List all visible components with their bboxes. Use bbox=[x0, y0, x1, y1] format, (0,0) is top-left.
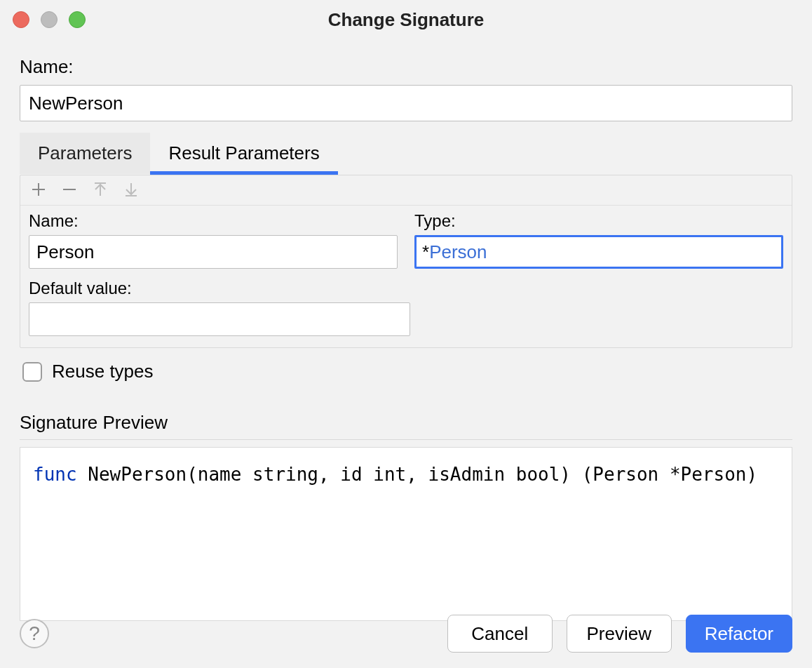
close-window-button[interactable] bbox=[13, 11, 29, 28]
move-up-icon[interactable] bbox=[92, 181, 109, 198]
minimize-window-button[interactable] bbox=[41, 11, 57, 28]
param-name-label: Name: bbox=[29, 211, 398, 231]
result-parameters-panel: Name: Type: *Person Default value: bbox=[20, 175, 792, 348]
add-icon[interactable] bbox=[30, 181, 47, 198]
type-pointer-star: * bbox=[422, 241, 429, 263]
param-type-input[interactable]: *Person bbox=[414, 235, 783, 269]
cancel-button[interactable]: Cancel bbox=[447, 615, 553, 653]
name-label: Name: bbox=[20, 56, 792, 78]
signature-text: NewPerson(name string, id int, isAdmin b… bbox=[77, 464, 758, 485]
zoom-window-button[interactable] bbox=[69, 11, 86, 28]
keyword-func: func bbox=[33, 464, 77, 485]
function-name-input[interactable] bbox=[20, 85, 792, 121]
move-down-icon[interactable] bbox=[123, 181, 140, 198]
titlebar: Change Signature bbox=[0, 0, 812, 39]
tab-result-parameters[interactable]: Result Parameters bbox=[150, 133, 337, 174]
preview-button[interactable]: Preview bbox=[567, 615, 672, 653]
default-value-input[interactable] bbox=[29, 302, 410, 336]
signature-preview-title: Signature Preview bbox=[20, 412, 792, 434]
divider bbox=[20, 439, 792, 440]
reuse-types-label: Reuse types bbox=[52, 361, 154, 382]
param-name-input[interactable] bbox=[29, 235, 398, 269]
type-reference: Person bbox=[429, 241, 487, 263]
param-type-label: Type: bbox=[414, 211, 783, 231]
dialog-content: Name: Parameters Result Parameters bbox=[0, 39, 812, 621]
param-toolbar bbox=[20, 175, 792, 206]
tabs: Parameters Result Parameters bbox=[20, 133, 792, 175]
help-button[interactable]: ? bbox=[20, 619, 49, 648]
dialog-footer: ? Cancel Preview Refactor bbox=[0, 602, 812, 668]
window-controls bbox=[13, 11, 86, 28]
reuse-types-row: Reuse types bbox=[20, 348, 792, 387]
tab-parameters[interactable]: Parameters bbox=[20, 133, 150, 174]
refactor-button[interactable]: Refactor bbox=[686, 615, 792, 653]
change-signature-dialog: Change Signature Name: Parameters Result… bbox=[0, 0, 812, 668]
reuse-types-checkbox[interactable] bbox=[22, 362, 42, 382]
signature-preview: func NewPerson(name string, id int, isAd… bbox=[20, 447, 792, 621]
default-value-label: Default value: bbox=[29, 279, 783, 298]
remove-icon[interactable] bbox=[61, 181, 78, 198]
dialog-title: Change Signature bbox=[328, 9, 484, 31]
